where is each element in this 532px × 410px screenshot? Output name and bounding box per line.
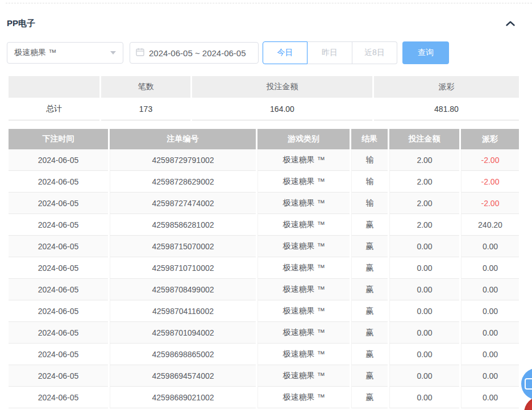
summary-table: 笔数 投注金额 派彩 总计 173 164.00 481.80 <box>7 76 521 120</box>
cell-result: 赢 <box>351 279 388 300</box>
cell-bet-amount: 2.00 <box>389 149 459 171</box>
col-order-number: 注单编号 <box>110 129 256 149</box>
cell-bet-amount: 0.00 <box>389 279 459 300</box>
cell-game-type: 极速糖果 ™ <box>257 236 350 257</box>
cell-game-type: 极速糖果 ™ <box>257 387 350 408</box>
cell-bet-amount: 2.00 <box>389 171 459 193</box>
cell-order-number: 42598715070002 <box>110 236 256 257</box>
cell-bet-time: 2024-06-05 <box>9 300 108 322</box>
table-row: 2024-06-0542598586281002极速糖果 ™赢2.00240.2… <box>9 214 519 236</box>
cell-bet-amount: 0.00 <box>389 344 459 365</box>
customer-service-icon <box>525 378 532 390</box>
records-tbody: 2024-06-0542598729791002极速糖果 ™输2.00-2.00… <box>9 149 519 408</box>
filter-bar: 极速糖果 ™ 2024-06-05 ~ 2024-06-05 今日 昨日 近8日… <box>7 41 517 64</box>
table-row: 2024-06-0542598710710002极速糖果 ™赢0.000.00 <box>9 257 519 279</box>
table-row: 2024-06-0542598689021002极速糖果 ™赢0.000.00 <box>9 387 519 408</box>
table-row: 2024-06-0542598715070002极速糖果 ™赢0.000.00 <box>9 236 519 257</box>
calendar-icon <box>136 48 144 58</box>
cell-bet-time: 2024-06-05 <box>9 322 108 344</box>
table-row: 2024-06-0542598704116002极速糖果 ™赢0.000.00 <box>9 300 519 322</box>
cell-bet-amount: 0.00 <box>389 300 459 322</box>
quick-date-button-group: 今日 昨日 近8日 <box>263 41 397 64</box>
panel-header: PP电子 <box>7 18 517 29</box>
cell-result: 赢 <box>351 322 388 344</box>
cell-order-number: 42598708499002 <box>110 279 256 300</box>
cell-game-type: 极速糖果 ™ <box>257 193 350 214</box>
cell-game-type: 极速糖果 ™ <box>257 300 350 322</box>
summary-col-count: 笔数 <box>101 76 190 98</box>
game-select-value: 极速糖果 ™ <box>14 48 110 58</box>
summary-total-label: 总计 <box>9 98 99 120</box>
summary-col-payout: 派彩 <box>374 76 519 98</box>
cell-order-number: 42598710710002 <box>110 257 256 279</box>
cell-result: 赢 <box>351 257 388 279</box>
cell-payout: 0.00 <box>461 236 519 257</box>
summary-total-count: 173 <box>101 98 190 120</box>
table-row: 2024-06-0542598729791002极速糖果 ™输2.00-2.00 <box>9 149 519 171</box>
summary-col-bet-amount: 投注金额 <box>192 76 372 98</box>
cell-result: 输 <box>351 193 388 214</box>
cell-result: 赢 <box>351 236 388 257</box>
cell-game-type: 极速糖果 ™ <box>257 171 350 193</box>
cell-bet-time: 2024-06-05 <box>9 257 108 279</box>
top-dashed-divider <box>6 3 532 3</box>
summary-total-bet-amount: 164.00 <box>192 98 372 120</box>
cell-payout: 0.00 <box>461 344 519 365</box>
date-range-value: 2024-06-05 ~ 2024-06-05 <box>149 48 246 58</box>
cell-game-type: 极速糖果 ™ <box>257 344 350 365</box>
cell-result: 赢 <box>351 365 388 387</box>
cell-result: 输 <box>351 149 388 171</box>
cell-payout: 0.00 <box>461 365 519 387</box>
cell-bet-amount: 0.00 <box>389 257 459 279</box>
last-8-days-button[interactable]: 近8日 <box>352 41 397 64</box>
cell-result: 输 <box>351 171 388 193</box>
collapse-panel-button[interactable] <box>504 19 517 29</box>
cell-payout: 0.00 <box>461 279 519 300</box>
customer-service-button[interactable] <box>521 368 532 400</box>
table-row: 2024-06-0542598728629002极速糖果 ™输2.00-2.00 <box>9 171 519 193</box>
cell-payout: 240.20 <box>461 214 519 236</box>
cell-result: 赢 <box>351 214 388 236</box>
records-table: 下注时间 注单编号 游戏类别 结果 投注金额 派彩 2024-06-054259… <box>7 129 521 408</box>
game-select[interactable]: 极速糖果 ™ <box>7 42 123 64</box>
cell-order-number: 42598694574002 <box>110 365 256 387</box>
cell-bet-amount: 0.00 <box>389 322 459 344</box>
cell-bet-time: 2024-06-05 <box>9 214 108 236</box>
cell-payout: 0.00 <box>461 387 519 408</box>
cell-payout: 0.00 <box>461 322 519 344</box>
caret-down-icon <box>110 51 116 55</box>
cell-game-type: 极速糖果 ™ <box>257 322 350 344</box>
cell-order-number: 42598728629002 <box>110 171 256 193</box>
cell-order-number: 42598701094002 <box>110 322 256 344</box>
date-range-input[interactable]: 2024-06-05 ~ 2024-06-05 <box>130 42 259 64</box>
cell-payout: 0.00 <box>461 300 519 322</box>
table-row: 2024-06-0542598698865002极速糖果 ™赢0.000.00 <box>9 344 519 365</box>
yesterday-button[interactable]: 昨日 <box>307 41 352 64</box>
cell-payout: -2.00 <box>461 149 519 171</box>
cell-result: 赢 <box>351 300 388 322</box>
cell-bet-amount: 0.00 <box>389 236 459 257</box>
page-title: PP电子 <box>7 18 35 29</box>
cell-order-number: 42598727474002 <box>110 193 256 214</box>
col-result: 结果 <box>351 129 388 149</box>
cell-result: 赢 <box>351 387 388 408</box>
pp-electronic-panel: PP电子 极速糖果 ™ 2024-06-05 ~ 2024-06-05 今日 昨… <box>7 18 517 408</box>
cell-payout: -2.00 <box>461 193 519 214</box>
table-row: 2024-06-0542598694574002极速糖果 ™赢0.000.00 <box>9 365 519 387</box>
today-button[interactable]: 今日 <box>263 41 307 64</box>
cell-order-number: 42598729791002 <box>110 149 256 171</box>
cell-game-type: 极速糖果 ™ <box>257 279 350 300</box>
col-bet-amount: 投注金额 <box>389 129 459 149</box>
cell-bet-time: 2024-06-05 <box>9 193 108 214</box>
summary-total-payout: 481.80 <box>374 98 519 120</box>
summary-header-row: 笔数 投注金额 派彩 <box>9 76 519 98</box>
cell-order-number: 42598586281002 <box>110 214 256 236</box>
cell-bet-time: 2024-06-05 <box>9 171 108 193</box>
col-bet-time: 下注时间 <box>9 129 108 149</box>
cell-payout: 0.00 <box>461 257 519 279</box>
cell-result: 赢 <box>351 344 388 365</box>
cell-bet-time: 2024-06-05 <box>9 279 108 300</box>
summary-total-row: 总计 173 164.00 481.80 <box>9 98 519 120</box>
query-button[interactable]: 查询 <box>402 41 449 64</box>
cell-bet-amount: 2.00 <box>389 214 459 236</box>
